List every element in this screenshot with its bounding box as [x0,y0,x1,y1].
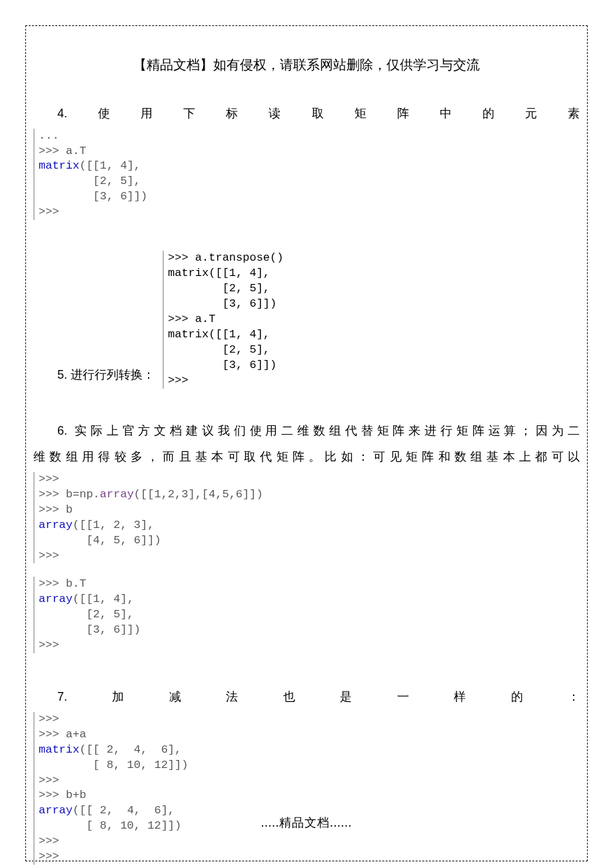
code-line: ... [39,129,59,142]
section-6-line-1: 6. 实际上官方文档建议我们使用二维数组代替矩阵来进行矩阵运算；因为二 [33,418,580,445]
code-line: [3, 6]]) [168,359,277,371]
code-line: [3, 6]]) [39,190,147,203]
code-line: >>> [39,774,66,787]
code-line: matrix [39,159,79,172]
code-line: >>> a. [168,251,209,264]
code-block-4: ... >>> a.T matrix([[1, 4], [2, 5], [3, … [33,129,580,221]
code-line: >>> [39,473,66,485]
code-line: >>> [39,205,66,218]
code-line: >>> a+a [39,728,86,741]
code-line: transpose [209,251,270,264]
code-line: >>> [39,835,66,847]
code-line: [2, 5], [168,343,270,356]
section-6-line-2: 维数组用得较多，而且基本可取代矩阵。比如：可见矩阵和数组基本上都可以 [33,444,580,471]
code-line: array [39,593,73,605]
code-line: ([[1,2,3],[4,5,6]]) [134,488,263,501]
code-block-7: >>> >>> a+a matrix([[ 2, 4, 6], [ 8, 10,… [33,712,580,865]
code-line: ([[1, 4], [79,159,141,172]
code-line: >>> [39,850,66,863]
code-line: [3, 6]]) [39,623,141,636]
code-line: matrix [168,328,209,341]
code-block-5: >>> a.transpose() matrix([[1, 4], [2, 5]… [163,251,283,388]
code-line: >>> [39,549,66,562]
code-line: [4, 5, 6]]) [39,534,161,547]
section-7-heading: 7.加减法也是一样的： [33,684,580,711]
code-line: () [270,251,283,264]
code-line: [ 8, 10, 12]]) [39,759,188,771]
section-4-heading: 4.使用下标读取矩阵中的元素 [33,101,580,127]
code-line: >>> b [39,503,73,516]
code-line: [2, 5], [168,282,270,295]
code-line: array [100,488,134,501]
code-line: >>> b+b [39,789,86,801]
code-line: [2, 5], [39,175,141,187]
code-line: ([[1, 4], [209,267,270,279]
code-line: ([[1, 2, 3], [73,519,154,531]
content-area: 【精品文档】如有侵权，请联系网站删除，仅供学习与交流 4.使用下标读取矩阵中的元… [33,33,580,866]
code-line: >>> [168,374,195,387]
section-5-row: 5. 进行行列转换： >>> a.transpose() matrix([[1,… [33,251,580,388]
code-line: >>> a.T [168,313,215,325]
code-line: ([[ 2, 4, 6], [79,743,181,756]
code-line: >>> [39,639,66,651]
code-line: [3, 6]]) [168,297,277,310]
code-block-6a: >>> >>> b=np.array([[1,2,3],[4,5,6]]) >>… [33,472,580,564]
code-line: >>> b.T [39,577,86,590]
code-line: ([[1, 4], [209,328,270,341]
page-title: 【精品文档】如有侵权，请联系网站删除，仅供学习与交流 [33,56,580,74]
code-line: [2, 5], [39,608,134,621]
code-line: matrix [168,267,209,279]
code-line: matrix [39,743,79,756]
code-line: >>> [39,713,66,725]
section-5-heading: 5. 进行行列转换： [33,362,155,389]
code-line: >>> a.T [39,145,86,157]
code-line: >>> b=np. [39,488,100,501]
code-block-6b: >>> b.T array([[1, 4], [2, 5], [3, 6]]) … [33,577,580,653]
page-footer: .....精品文档...... [0,815,613,831]
code-line: array [39,519,73,531]
code-line: ([[1, 4], [73,593,134,605]
